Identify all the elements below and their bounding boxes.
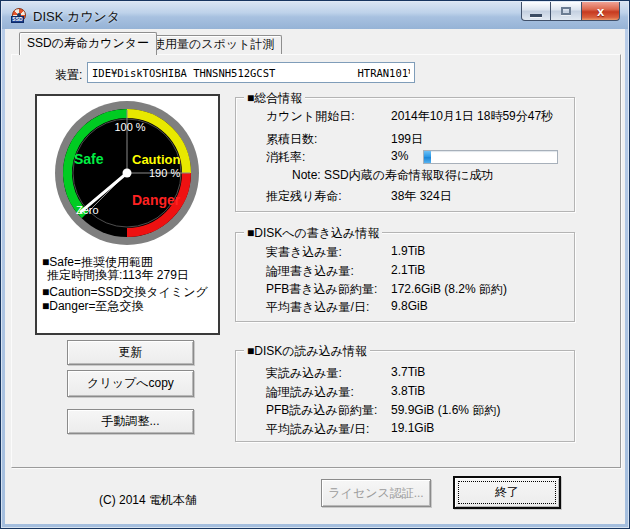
actual-write-label: 実書き込み量: (266, 244, 391, 261)
avg-write-label: 平均書き込み量/日: (266, 299, 391, 316)
wear-rate-value: 3% (391, 149, 408, 166)
tab-page: 装置: 100 % 190 % (11, 54, 621, 468)
elapsed-days-label: 累積日数: (266, 131, 391, 148)
group-write-info: ■DISKへの書き込み情報 実書き込み量: 1.9TiB 論理書き込み量: 2.… (235, 232, 575, 322)
row-logical-read: 論理読み込み量: 3.8TiB (266, 384, 425, 401)
close-icon: x (597, 5, 604, 18)
row-wear-rate: 消耗率: 3% (266, 149, 408, 166)
life-gauge: 100 % 190 % Zero Safe Caution Danger (37, 96, 218, 254)
window-controls: x (521, 2, 620, 21)
titlebar[interactable]: SSD DISK カウンタ x (2, 2, 628, 29)
wear-progress-bar (423, 150, 558, 164)
update-button[interactable]: 更新 (67, 340, 194, 365)
ssd-badge-icon: SSD (11, 16, 24, 23)
minimize-button[interactable] (521, 2, 551, 21)
remaining-life-value: 38年 324日 (391, 188, 452, 205)
gauge-zone-safe: Safe (74, 151, 104, 167)
row-elapsed-days: 累積日数: 199日 (266, 131, 423, 148)
actual-write-value: 1.9TiB (391, 244, 425, 261)
manual-adjust-button[interactable]: 手動調整... (67, 409, 194, 434)
row-actual-write: 実書き込み量: 1.9TiB (266, 244, 425, 261)
window-title: DISK カウンタ (33, 8, 120, 26)
row-logical-write: 論理書き込み量: 2.1TiB (266, 263, 425, 280)
pfb-write-saving-label: PFB書き込み節約量: (266, 281, 391, 298)
group-summary-title: ■総合情報 (244, 90, 305, 107)
legend-safe-time: 推定時間換算:113年 279日 (47, 269, 189, 282)
row-remaining-life: 推定残り寿命: 38年 324日 (266, 188, 452, 205)
close-button[interactable]: x (581, 2, 620, 21)
actual-read-value: 3.7TiB (391, 365, 425, 382)
elapsed-days-value: 199日 (391, 131, 423, 148)
group-read-title: ■DISKの読み込み情報 (244, 343, 370, 360)
actual-read-label: 実読み込み量: (266, 365, 391, 382)
wear-rate-label: 消耗率: (266, 149, 391, 166)
device-label: 装置: (55, 67, 82, 84)
avg-read-value: 19.1GiB (391, 421, 434, 438)
client-area: SSDの寿命カウンター DISK使用量のスポット計測 装置: (5, 29, 625, 524)
pfb-read-saving-value: 59.9GiB (1.6% 節約) (391, 402, 500, 419)
exit-button[interactable]: 終了 (453, 476, 561, 509)
maximize-button[interactable] (551, 2, 581, 21)
gauge-tick-190: 190 % (149, 167, 180, 179)
pfb-write-saving-value: 172.6GiB (8.2% 節約) (391, 281, 507, 298)
gauge-zone-caution: Caution (132, 152, 180, 167)
gauge-panel: 100 % 190 % Zero Safe Caution Danger ■Sa… (35, 94, 220, 335)
logical-write-label: 論理書き込み量: (266, 263, 391, 280)
avg-write-value: 9.8GiB (391, 299, 428, 316)
row-pfb-read-saving: PFB読み込み節約量: 59.9GiB (1.6% 節約) (266, 402, 500, 419)
device-path-input[interactable] (87, 62, 415, 83)
gauge-zone-danger: Danger (132, 192, 181, 208)
legend-caution: ■Caution=SSD交換タイミング (42, 286, 208, 299)
gauge-hub (123, 169, 132, 178)
row-avg-write-per-day: 平均書き込み量/日: 9.8GiB (266, 299, 428, 316)
minimize-icon (530, 14, 542, 17)
row-count-start: カウント開始日: 2014年10月1日 18時59分47秒 (266, 108, 553, 125)
logical-write-value: 2.1TiB (391, 263, 425, 280)
group-write-title: ■DISKへの書き込み情報 (244, 225, 382, 242)
smart-note: Note: SSD内蔵の寿命情報取得に成功 (292, 167, 493, 184)
legend-danger: ■Danger=至急交換 (42, 300, 144, 313)
group-read-info: ■DISKの読み込み情報 実読み込み量: 3.7TiB 論理読み込み量: 3.8… (235, 350, 575, 442)
remaining-life-label: 推定残り寿命: (266, 188, 391, 205)
wear-progress-fill (424, 151, 431, 163)
row-pfb-write-saving: PFB書き込み節約量: 172.6GiB (8.2% 節約) (266, 281, 507, 298)
avg-read-label: 平均読み込み量/日: (266, 421, 391, 438)
license-activation-button[interactable]: ライセンス認証... (321, 479, 431, 507)
copyright-text: (C) 2014 電机本舗 (99, 492, 197, 509)
row-avg-read-per-day: 平均読み込み量/日: 19.1GiB (266, 421, 434, 438)
group-summary: ■総合情報 カウント開始日: 2014年10月1日 18時59分47秒 累積日数… (235, 97, 575, 212)
count-start-label: カウント開始日: (266, 108, 391, 125)
count-start-value: 2014年10月1日 18時59分47秒 (391, 108, 553, 125)
tab-ssd-life-counter[interactable]: SSDの寿命カウンター (19, 32, 157, 55)
maximize-icon (561, 7, 571, 15)
logical-read-label: 論理読み込み量: (266, 384, 391, 401)
disk-counter-window: SSD DISK カウンタ x SSDの寿命カウンター DISK使用量のスポット… (0, 0, 630, 529)
copy-to-clipboard-button[interactable]: クリップへcopy (67, 370, 194, 397)
logical-read-value: 3.8TiB (391, 384, 425, 401)
pfb-read-saving-label: PFB読み込み節約量: (266, 402, 391, 419)
app-lifebuoy-icon[interactable]: SSD (11, 8, 27, 24)
gauge-tick-100: 100 % (114, 121, 145, 133)
row-actual-read: 実読み込み量: 3.7TiB (266, 365, 425, 382)
